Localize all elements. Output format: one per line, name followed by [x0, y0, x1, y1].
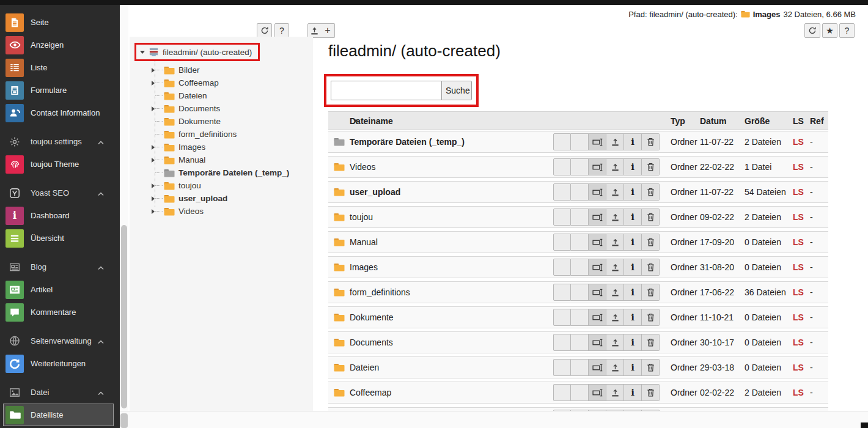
tree-item-label[interactable]: Temporäre Dateien (_temp_) — [178, 168, 289, 177]
info-button[interactable]: i — [624, 158, 642, 175]
search-input[interactable] — [331, 81, 441, 100]
file-name-link[interactable]: Coffeemap — [350, 388, 391, 397]
tree-item-videos[interactable]: Videos — [130, 205, 313, 218]
tree-item-label[interactable]: Images — [178, 142, 205, 152]
rename-button[interactable] — [589, 309, 606, 326]
rename-button[interactable] — [589, 183, 606, 201]
caret-right-icon[interactable] — [152, 81, 159, 86]
tree-root-label[interactable]: fileadmin/ (auto-created) — [163, 48, 252, 57]
upload-button[interactable] — [606, 158, 624, 175]
tree-item-bilder[interactable]: Bilder — [130, 64, 313, 76]
sidebar-item-seite[interactable]: Seite — [0, 11, 120, 34]
sidebar-item-dashboard[interactable]: iDashboard — [0, 204, 120, 227]
delete-button[interactable] — [642, 309, 660, 326]
sidebar-item-weiterleitungen[interactable]: Weiterleitungen — [0, 352, 120, 375]
ls-link[interactable]: LS — [793, 137, 804, 147]
info-button[interactable]: i — [624, 309, 642, 326]
rename-button[interactable] — [589, 133, 606, 150]
rename-button[interactable] — [589, 384, 606, 401]
reload-button[interactable] — [804, 23, 820, 38]
tree-item-form-definitions[interactable]: form_definitions — [130, 128, 313, 141]
caret-right-icon[interactable] — [152, 196, 159, 201]
sidebar-item-toujou-theme[interactable]: toujou Theme — [0, 153, 120, 175]
tree-item-images[interactable]: Images — [130, 141, 313, 153]
delete-button[interactable] — [642, 384, 660, 401]
sidebar-item-artikel[interactable]: Artikel — [0, 278, 120, 301]
rename-button[interactable] — [589, 334, 606, 351]
sidebar-item-dateiliste[interactable]: Dateiliste — [3, 404, 114, 426]
tree-item-dateien[interactable]: Dateien — [130, 89, 313, 102]
tree-item-label[interactable]: Dateien — [178, 91, 207, 100]
ls-link[interactable]: LS — [793, 187, 804, 197]
sidebar-item-seitenverwaltung[interactable]: Seitenverwaltung — [0, 330, 120, 352]
info-button[interactable]: i — [624, 259, 642, 276]
tree-item-toujou[interactable]: toujou — [130, 179, 313, 192]
delete-button[interactable] — [642, 259, 660, 276]
caret-right-icon[interactable] — [152, 158, 159, 163]
rename-button[interactable] — [589, 259, 606, 276]
file-name-link[interactable]: user_upload — [350, 187, 400, 197]
file-name-link[interactable]: Images — [350, 262, 378, 272]
upload-files-button[interactable] — [307, 23, 322, 38]
tree-item-label[interactable]: toujou — [178, 181, 201, 190]
tree-root-highlight[interactable]: fileadmin/ (auto-created) — [134, 43, 260, 61]
tree-item-manual[interactable]: Manual — [130, 153, 313, 166]
chevron-up-icon[interactable] — [98, 262, 104, 271]
rename-button[interactable] — [589, 284, 606, 301]
upload-button[interactable] — [606, 133, 624, 150]
ls-link[interactable]: LS — [793, 212, 804, 222]
ls-link[interactable]: LS — [793, 287, 804, 297]
delete-button[interactable] — [642, 359, 660, 376]
ls-link[interactable]: LS — [793, 162, 804, 172]
sidebar-item-kommentare[interactable]: Kommentare — [0, 301, 120, 323]
upload-button[interactable] — [606, 359, 624, 376]
rename-button[interactable] — [589, 158, 606, 175]
tree-item-label[interactable]: Manual — [178, 155, 205, 164]
tree-item-documents[interactable]: Documents — [130, 102, 313, 115]
file-name-link[interactable]: Temporäre Dateien (_temp_) — [350, 137, 465, 147]
upload-button[interactable] — [606, 234, 624, 251]
info-button[interactable]: i — [624, 284, 642, 301]
rename-button[interactable] — [589, 359, 606, 376]
ls-link[interactable]: LS — [793, 388, 804, 397]
delete-button[interactable] — [642, 133, 660, 150]
scrollbar-thumb-bottom[interactable] — [120, 413, 128, 428]
delete-button[interactable] — [642, 334, 660, 351]
caret-down-icon[interactable] — [140, 51, 145, 54]
info-button[interactable]: i — [624, 133, 642, 150]
upload-button[interactable] — [606, 309, 624, 326]
sidebar-item-liste[interactable]: Liste — [0, 56, 120, 79]
delete-button[interactable] — [642, 158, 660, 175]
ls-link[interactable]: LS — [793, 312, 804, 322]
tree-help-button[interactable]: ? — [274, 23, 289, 38]
upload-button[interactable] — [606, 384, 624, 401]
file-name-link[interactable]: Manual — [350, 237, 378, 247]
scrollbar-thumb[interactable] — [121, 225, 127, 408]
tree-item-label[interactable]: Dokumente — [178, 117, 221, 126]
upload-button[interactable] — [606, 208, 624, 226]
sidebar-item-datei[interactable]: Datei — [0, 381, 120, 404]
sidebar-item-contact-information[interactable]: Contact Information — [0, 101, 120, 124]
tree-item-label[interactable]: Bilder — [178, 65, 200, 75]
chevron-up-icon[interactable] — [98, 336, 104, 345]
ls-link[interactable]: LS — [793, 237, 804, 247]
delete-button[interactable] — [642, 234, 660, 251]
tree-item-label[interactable]: Documents — [178, 104, 220, 113]
info-button[interactable]: i — [624, 384, 642, 401]
file-name-link[interactable]: Videos — [350, 162, 376, 172]
new-folder-button[interactable]: + — [321, 23, 335, 38]
sidebar-item-anzeigen[interactable]: Anzeigen — [0, 34, 120, 56]
chevron-up-icon[interactable] — [98, 188, 104, 197]
rename-button[interactable] — [589, 234, 606, 251]
caret-right-icon[interactable] — [152, 209, 159, 214]
info-button[interactable]: i — [624, 359, 642, 376]
sidebar-item-yoast-seo[interactable]: Yoast SEO — [0, 182, 120, 204]
info-button[interactable]: i — [624, 334, 642, 351]
tree-item-tempor-re-dateien-temp-[interactable]: Temporäre Dateien (_temp_) — [130, 166, 313, 179]
file-name-link[interactable]: Dokumente — [350, 312, 394, 322]
ls-link[interactable]: LS — [793, 363, 804, 372]
sidebar-item--bersicht[interactable]: Übersicht — [0, 227, 120, 249]
tree-item-label[interactable]: form_definitions — [178, 130, 237, 139]
info-button[interactable]: i — [624, 234, 642, 251]
delete-button[interactable] — [642, 183, 660, 201]
